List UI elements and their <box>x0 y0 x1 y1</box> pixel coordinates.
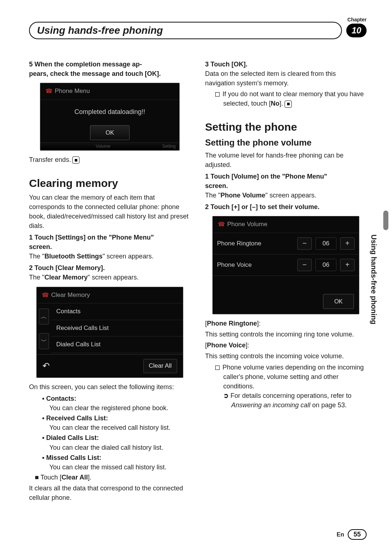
voice-value: 06 <box>315 259 336 271</box>
clearing-intro: You can clear the memory of each item th… <box>29 193 191 230</box>
end-mark-icon <box>285 101 292 108</box>
heading-clearing-memory: Clearing memory <box>29 175 191 191</box>
side-tab: Using hands-free phoning <box>367 218 380 341</box>
bullet-dialed-title: Dialed Calls List: <box>46 434 99 441</box>
vol-intro: The volume level for hands-free phoning … <box>205 151 367 170</box>
bullet-contacts-desc: You can clear the registered phone book. <box>49 404 168 412</box>
cm-step2-result: The "Clear Memory" screen appears. <box>29 273 191 282</box>
bullet-received-title: Received Calls List: <box>46 415 108 422</box>
list-item-received[interactable]: Received Calls List <box>51 320 183 337</box>
step-5-title: 5 When the completion message ap- pears,… <box>29 60 191 78</box>
ringtone-label: Phone Ringtone <box>217 239 294 248</box>
end-mark-icon <box>72 156 79 164</box>
heading-setting-phone: Setting the phone <box>205 119 367 135</box>
page-footer: En 55 <box>337 529 367 540</box>
cm-step1-result: The "Bluetooth Settings" screen appears. <box>29 252 191 261</box>
ss2-title: Clear Memory <box>51 291 90 298</box>
phone-voice-desc: This setting controls the incoming voice… <box>205 351 367 361</box>
touch-clearall-desc: It clears all the data that correspond t… <box>29 483 191 502</box>
voice-label: Phone Voice <box>217 261 294 270</box>
step3-title: 3 Touch [OK]. <box>205 60 367 69</box>
ss3-ok-button[interactable]: OK <box>323 294 354 309</box>
voice-minus-button[interactable]: − <box>297 259 312 271</box>
phone-voice-label: [Phone Voice]: <box>205 340 367 350</box>
note-icon <box>215 366 220 370</box>
ringtone-value: 06 <box>315 237 336 250</box>
vol-step1-result: The "Phone Volume" screen appears. <box>205 191 367 200</box>
phone-icon: ☎ <box>45 88 53 94</box>
phone-icon: ☎ <box>218 221 225 227</box>
ringtone-plus-button[interactable]: + <box>340 237 355 250</box>
page-number: 55 <box>348 529 367 540</box>
back-button[interactable]: ↶ <box>42 360 50 372</box>
screenshot-completed-dataloading: ☎Phone Menu Completed dataloading!! OK V… <box>40 83 180 151</box>
bullet-missed-desc: You can clear the missed call history li… <box>49 464 166 471</box>
scroll-down-button[interactable]: ﹀ <box>39 333 49 349</box>
vol-step1: 1 Touch [Volume] on the "Phone Menu"scre… <box>205 172 367 191</box>
note-icon <box>215 92 220 97</box>
cm-step1: 1 Touch [Settings] on the "Phone Menu"sc… <box>29 233 191 252</box>
bullet-dialed-desc: You can clear the dialed call history li… <box>49 444 163 451</box>
right-column: 3 Touch [OK]. Data on the selected item … <box>205 57 367 504</box>
ss1-bottom-right: Setting <box>162 143 176 150</box>
volume-note: Phone volume varies depending on the inc… <box>205 363 367 410</box>
cm-after-text: On this screen, you can select the follo… <box>29 382 191 392</box>
screenshot-clear-memory: ☎Clear Memory ︿ ﹀ Contacts Received Call… <box>36 287 183 378</box>
ss1-bottom-mid: Volume <box>96 143 110 150</box>
ss1-message: Completed dataloading!! <box>40 100 179 120</box>
vol-step2: 2 Touch [+] or [–] to set their volume. <box>205 202 367 212</box>
heading-setting-volume: Setting the phone volume <box>205 136 367 149</box>
clear-all-button[interactable]: Clear All <box>143 359 177 373</box>
header-title: Using hands-free phoning <box>37 25 163 36</box>
bullet-received-desc: You can clear the received call history … <box>49 424 171 431</box>
touch-clearall-line: ■ Touch [Clear All]. <box>29 473 191 482</box>
volume-row-ringtone: Phone Ringtone − 06 + <box>213 233 359 254</box>
bullet-contacts-title: Contacts: <box>46 395 76 402</box>
scroll-up-button[interactable]: ︿ <box>39 309 49 325</box>
left-column: 5 When the completion message ap- pears,… <box>29 57 191 504</box>
page-header: Using hands-free phoning 10 <box>29 22 367 39</box>
list-item-contacts[interactable]: Contacts <box>51 303 183 320</box>
bullet-missed-title: Missed Calls List: <box>46 454 101 461</box>
list-item-dialed[interactable]: Dialed Calls List <box>51 336 183 353</box>
phone-ringtone-label: [Phone Ringtone]: <box>205 319 367 328</box>
step3-desc: Data on the selected item is cleared fro… <box>205 69 367 88</box>
ss1-title: Phone Menu <box>55 87 90 94</box>
clear-memory-items-list: Contacts:You can clear the registered ph… <box>29 394 191 472</box>
chapter-label: Chapter <box>347 17 367 23</box>
volume-row-voice: Phone Voice − 06 + <box>213 254 359 276</box>
lang-label: En <box>337 531 344 538</box>
ss1-ok-button[interactable]: OK <box>90 125 130 140</box>
transfer-ends-text: Transfer ends. <box>29 155 191 164</box>
ringtone-minus-button[interactable]: − <box>297 237 312 250</box>
cm-step2: 2 Touch [Clear Memory]. <box>29 263 191 273</box>
phone-icon: ☎ <box>42 292 49 298</box>
chapter-number-badge: 10 <box>346 24 367 37</box>
screenshot-phone-volume: ☎Phone Volume Phone Ringtone − 06 + Phon… <box>212 216 359 314</box>
phone-ringtone-desc: This setting controls the incoming ring … <box>205 330 367 339</box>
subnote-ref: For details concerning operations, refer… <box>231 391 367 410</box>
ss3-title: Phone Volume <box>227 221 268 228</box>
note-no-clear: If you do not want to clear memory that … <box>205 89 367 108</box>
header-title-tab: Using hands-free phoning <box>29 22 342 39</box>
voice-plus-button[interactable]: + <box>340 259 355 271</box>
